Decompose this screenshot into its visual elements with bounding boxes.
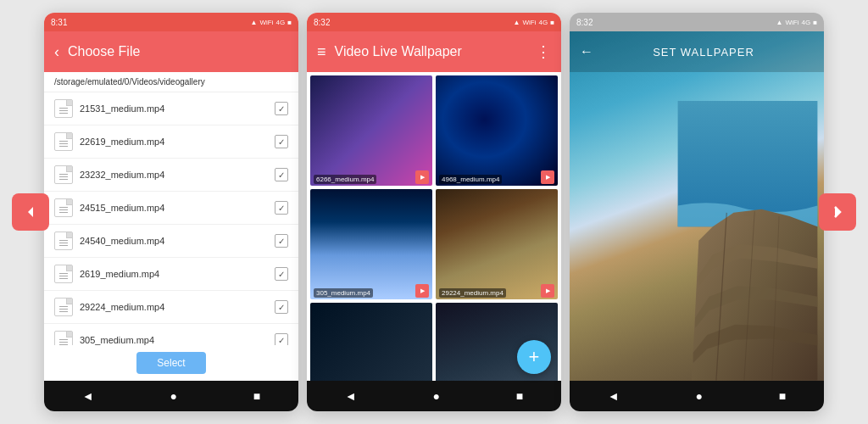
phone3-nav-back[interactable]: ◄ <box>608 389 620 403</box>
right-arrow-button[interactable] <box>819 193 856 231</box>
phone1-select-button[interactable]: Select <box>136 352 205 374</box>
phone3-wallpaper-container: ← SET WALLPAPER <box>570 31 824 381</box>
gallery-item-bg: 6266_medium.mp4 <box>310 75 432 186</box>
phone2-appbar: ≡ Video Live Wallpaper ⋮ <box>307 31 561 72</box>
phone2-menu-icon[interactable]: ≡ <box>317 43 326 61</box>
phone3-nav-recent[interactable]: ■ <box>779 389 786 403</box>
phone-1: 8:31 ▲ WiFi 4G ■ ‹ Choose File /storage/… <box>44 13 298 411</box>
phone3-appbar: ← SET WALLPAPER <box>570 31 824 72</box>
file-item[interactable]: 29224_medium.mp4 <box>44 291 298 324</box>
file-name: 21531_medium.mp4 <box>80 103 268 114</box>
file-checkbox[interactable] <box>275 102 288 115</box>
file-item[interactable]: 24515_medium.mp4 <box>44 192 298 225</box>
left-arrow-button[interactable] <box>12 193 49 231</box>
file-name: 24515_medium.mp4 <box>80 203 268 213</box>
phone2-nav-bar: ◄ ● ■ <box>307 381 561 411</box>
phone2-nav-back[interactable]: ◄ <box>345 389 357 403</box>
phone1-file-list-container: /storage/emulated/0/Videos/videogallery … <box>44 72 298 345</box>
file-checkbox[interactable] <box>275 135 288 148</box>
gallery-item-bg <box>310 303 432 381</box>
file-checkbox[interactable] <box>275 300 288 314</box>
phone2-status-icons: ▲ WiFi 4G ■ <box>514 19 554 26</box>
phone1-nav-bar: ◄ ● ■ <box>44 381 298 411</box>
phone3-time: 8:32 <box>576 18 593 27</box>
gallery-item-bg: 4968_medium.mp4 <box>436 75 558 186</box>
file-icon <box>54 99 73 118</box>
phone3-wallpaper-bg: ← SET WALLPAPER <box>570 31 824 381</box>
gallery-item-label: 4968_medium.mp4 <box>439 175 502 184</box>
phone2-time: 8:32 <box>314 18 330 27</box>
gallery-play-icon[interactable] <box>415 170 429 184</box>
file-checkbox[interactable] <box>275 333 288 345</box>
file-name: 22619_medium.mp4 <box>80 137 268 147</box>
file-icon <box>54 232 73 250</box>
file-icon <box>54 132 73 151</box>
file-item[interactable]: 305_medium.mp4 <box>44 324 298 345</box>
file-item[interactable]: 22619_medium.mp4 <box>44 126 298 159</box>
phone-2: 8:32 ▲ WiFi 4G ■ ≡ Video Live Wallpaper … <box>307 13 561 411</box>
phone1-file-list: 21531_medium.mp4 22619_medium.mp4 23232_… <box>44 92 298 345</box>
file-checkbox[interactable] <box>275 168 288 181</box>
phone1-file-path: /storage/emulated/0/Videos/videogallery <box>44 72 298 92</box>
phone2-more-icon[interactable]: ⋮ <box>536 42 551 61</box>
phone1-select-bar: Select <box>44 345 298 381</box>
gallery-item[interactable] <box>310 303 432 381</box>
file-checkbox[interactable] <box>275 234 288 248</box>
phone3-status-icons: ▲ WiFi 4G ■ <box>776 19 817 26</box>
scene: 8:31 ▲ WiFi 4G ■ ‹ Choose File /storage/… <box>0 0 868 424</box>
gallery-play-icon[interactable] <box>415 284 429 298</box>
gallery-item-label: 29224_medium.mp4 <box>439 288 506 298</box>
file-name: 23232_medium.mp4 <box>80 170 268 180</box>
gallery-item[interactable]: 4968_medium.mp4 <box>436 75 558 186</box>
phone1-nav-recent[interactable]: ■ <box>253 389 260 403</box>
file-icon <box>54 165 73 184</box>
gallery-item[interactable]: 29224_medium.mp4 <box>436 189 558 299</box>
phone3-title: SET WALLPAPER <box>593 46 814 59</box>
file-item[interactable]: 23232_medium.mp4 <box>44 159 298 192</box>
phone2-fab-button[interactable]: + <box>517 340 551 374</box>
gallery-item-bg: 305_medium.mp4 <box>310 189 432 299</box>
phone-3: 8:32 ▲ WiFi 4G ■ <box>570 13 824 411</box>
phones-row: 8:31 ▲ WiFi 4G ■ ‹ Choose File /storage/… <box>44 13 824 411</box>
phone1-nav-home[interactable]: ● <box>170 389 176 403</box>
phone2-nav-home[interactable]: ● <box>432 389 439 403</box>
phone2-nav-recent[interactable]: ■ <box>516 389 523 403</box>
phone2-title: Video Live Wallpaper <box>335 44 527 59</box>
file-item[interactable]: 24540_medium.mp4 <box>44 225 298 258</box>
file-icon <box>54 331 73 345</box>
file-icon <box>54 265 73 283</box>
file-item[interactable]: 2619_medium.mp4 <box>44 258 298 291</box>
gallery-item-bg: 29224_medium.mp4 <box>436 189 558 299</box>
phone1-time: 8:31 <box>51 18 67 27</box>
file-name: 29224_medium.mp4 <box>80 302 268 312</box>
file-checkbox[interactable] <box>275 267 288 281</box>
phone1-status-icons: ▲ WiFi 4G ■ <box>251 19 292 26</box>
phone1-appbar: ‹ Choose File <box>44 31 298 72</box>
file-checkbox[interactable] <box>275 201 288 215</box>
gallery-item[interactable]: 6266_medium.mp4 <box>310 75 432 186</box>
file-name: 24540_medium.mp4 <box>80 236 268 246</box>
phone1-nav-back[interactable]: ◄ <box>82 389 94 403</box>
phone1-title: Choose File <box>68 44 288 59</box>
file-item[interactable]: 21531_medium.mp4 <box>44 92 298 126</box>
phone3-status-bar: 8:32 ▲ WiFi 4G ■ <box>570 13 824 31</box>
phone1-back-icon[interactable]: ‹ <box>54 43 59 61</box>
phone2-gallery: 6266_medium.mp4 4968_medium.mp4 305_medi… <box>307 72 561 381</box>
phone1-status-bar: 8:31 ▲ WiFi 4G ■ <box>44 13 298 31</box>
gallery-item-label: 305_medium.mp4 <box>314 288 373 298</box>
gallery-item-label: 6266_medium.mp4 <box>314 175 376 184</box>
file-icon <box>54 198 73 217</box>
gallery-play-icon[interactable] <box>541 284 554 298</box>
file-name: 2619_medium.mp4 <box>80 269 268 279</box>
gallery-item[interactable]: 305_medium.mp4 <box>310 189 432 299</box>
phone3-back-icon[interactable]: ← <box>580 44 593 59</box>
file-name: 305_medium.mp4 <box>80 335 268 345</box>
gallery-play-icon[interactable] <box>541 170 554 184</box>
file-icon <box>54 298 73 316</box>
phone3-nav-bar: ◄ ● ■ <box>570 381 824 411</box>
cliff-image <box>671 101 824 381</box>
phone3-nav-home[interactable]: ● <box>695 389 702 403</box>
phone2-status-bar: 8:32 ▲ WiFi 4G ■ <box>307 13 561 31</box>
